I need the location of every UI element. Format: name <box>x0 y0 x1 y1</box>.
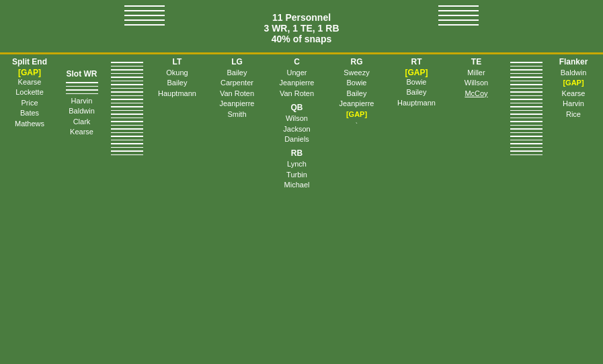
right-lines-col <box>506 57 547 191</box>
header-line3: 40% of snaps <box>0 34 603 44</box>
top-deco-lines-right <box>438 5 479 26</box>
lt-label: LT <box>173 57 182 66</box>
flanker-label: Flanker <box>559 57 588 66</box>
c-players: Unger Jeanpierre Van Roten <box>280 68 315 99</box>
slot-wr-col: Slot WR Harvin Baldwin Clark Kearse <box>56 57 107 191</box>
rt-gap: [GAP] <box>405 68 428 77</box>
left-lines-col <box>107 57 147 191</box>
split-end-players: Kearse Lockette Price Bates Mathews <box>15 77 44 129</box>
c-label: C <box>294 57 300 66</box>
lg-players: Bailey Carpenter Van Roten Jeanpierre Sm… <box>220 68 255 120</box>
rt-col: RT [GAP] Bowie Bailey Hauptmann <box>397 57 437 108</box>
flanker-players: Baldwin [GAP] Kearse Harvin Rice <box>561 68 587 120</box>
qb-players: Wilson Jackson Daniels <box>283 113 310 144</box>
rt-label: RT <box>411 57 422 66</box>
lg-col: LG Bailey Carpenter Van Roten Jeanpierre… <box>217 57 257 120</box>
header-line2: 3 WR, 1 TE, 1 RB <box>0 23 603 34</box>
split-end-gap: [GAP] <box>18 68 41 77</box>
center-block: LT Okung Bailey Hauptmann LG Bailey Carp… <box>147 57 506 191</box>
rg-indicator: ` <box>356 122 358 130</box>
te-label: TE <box>471 57 481 66</box>
lg-label: LG <box>231 57 243 66</box>
split-end-label: Split End <box>12 57 47 66</box>
te-players: Miller Willson McCoy <box>465 68 488 99</box>
qb-label: QB <box>291 103 303 112</box>
gold-divider <box>0 52 603 54</box>
te-col: TE Miller Willson McCoy <box>456 57 497 99</box>
header-line1: 11 Personnel <box>0 12 603 23</box>
rg-label: RG <box>351 57 363 66</box>
slot-wr-lines <box>66 82 98 94</box>
lt-players: Okung Bailey Hauptmann <box>158 68 196 99</box>
lt-col: LT Okung Bailey Hauptmann <box>157 57 198 99</box>
rg-col: RG Sweezy Bowie Bailey Jeanpierre [GAP] … <box>337 57 377 130</box>
rg-players: Sweezy Bowie Bailey Jeanpierre [GAP] <box>339 68 374 120</box>
split-end-col: Split End [GAP] Kearse Lockette Price Ba… <box>3 57 56 191</box>
top-deco-lines-left <box>124 5 165 26</box>
slot-wr-players: Harvin Baldwin Clark Kearse <box>69 96 95 138</box>
rt-players: Bowie Bailey Hauptmann <box>397 77 436 108</box>
header: 11 Personnel 3 WR, 1 TE, 1 RB 40% of sna… <box>0 0 603 51</box>
rb-players: Lynch Turbin Michael <box>284 159 310 190</box>
center-qb-rb-col: C Unger Jeanpierre Van Roten QB Wilson J… <box>277 57 317 191</box>
slot-wr-label: Slot WR <box>67 69 97 79</box>
flanker-col: Flanker Baldwin [GAP] Kearse Harvin Rice <box>547 57 600 191</box>
rb-label: RB <box>291 148 303 158</box>
